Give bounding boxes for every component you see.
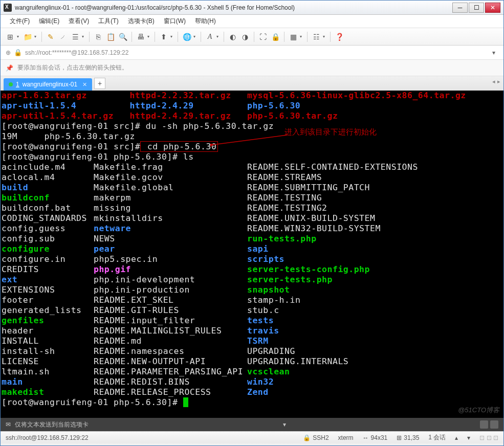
footer-message-bar: ✉ 仅将文本发送到当前选项卡 ▾	[1, 418, 503, 431]
disconnect-icon[interactable]: ⟋	[57, 31, 69, 42]
app-icon	[4, 4, 12, 12]
highlight-icon[interactable]: ◑	[239, 31, 251, 42]
terminal[interactable]: apr-1.6.3.tar.gz httpd-2.2.32.tar.gz mys…	[1, 91, 503, 418]
footer-message-text: 仅将文本发送到当前选项卡	[15, 420, 89, 429]
menu-file[interactable]: 文件(F)	[6, 15, 34, 28]
send-icon[interactable]: ✉	[6, 421, 11, 428]
menu-tabs[interactable]: 选项卡(B)	[124, 15, 159, 28]
tab-title: wangruifenglinux-01	[23, 81, 77, 88]
toolbar: ⊞▾ 📁▾ ✎ ⟋ ☰▾ ⎘ 📋 🔍 🖶▾ ⬆▾ 🌐▾ A▾ ◐ ◑ ⛶ 🔒 ▦…	[1, 28, 503, 46]
open-icon[interactable]: 📁	[22, 31, 33, 42]
address-url[interactable]: ssh://root:********@192.168.57.129:22	[25, 49, 486, 56]
tab-next-icon[interactable]: ▸	[497, 78, 500, 85]
tab-add-button[interactable]: +	[94, 78, 105, 89]
help-icon[interactable]: ❓	[334, 31, 345, 42]
annotation-text: 进入到该目录下进行初始化	[284, 127, 377, 137]
host-add-icon[interactable]: ⊕	[6, 49, 11, 56]
status-bar: ssh://root@192.168.57.129:22 🔒 SSH2 xter…	[1, 431, 503, 443]
status-dot-icon	[9, 82, 13, 86]
pin-icon[interactable]: 📌	[6, 64, 13, 72]
window-title: wangruifenglinux-01 - root@wangruifeng-0…	[15, 4, 452, 11]
tab-number: 1	[16, 81, 19, 88]
menu-tools[interactable]: 工具(T)	[94, 15, 122, 28]
watermark: @51CTO博客	[458, 406, 499, 415]
menu-help[interactable]: 帮助(H)	[191, 15, 220, 28]
menubar: 文件(F) 编辑(E) 查看(V) 工具(T) 选项卡(B) 窗口(W) 帮助(…	[1, 15, 503, 28]
upload-icon[interactable]: ⬆	[158, 31, 169, 42]
status-term: xterm	[338, 434, 354, 441]
footer-btn-1[interactable]	[480, 420, 488, 429]
status-ssh: 🔒 SSH2	[303, 434, 328, 441]
status-caps: ⊡ ⊡ ⊡	[479, 434, 498, 441]
window-titlebar: wangruifenglinux-01 - root@wangruifeng-0…	[1, 1, 503, 15]
footer-dropdown-icon[interactable]: ▾	[283, 421, 286, 428]
address-dropdown-icon[interactable]: ▾	[489, 49, 498, 56]
properties-icon[interactable]: ☰	[70, 31, 81, 42]
fullscreen-icon[interactable]: ⛶	[257, 31, 269, 42]
cascade-icon[interactable]: ▦	[288, 31, 299, 42]
menu-view[interactable]: 查看(V)	[64, 15, 93, 28]
tab-bar: 1 wangruifenglinux-01 ✕ + ◂ ▸	[1, 76, 503, 91]
footer-btn-2[interactable]	[490, 420, 498, 429]
color-icon[interactable]: ◐	[227, 31, 238, 42]
status-size: ↔ 94x31	[363, 434, 388, 441]
tab-prev-icon[interactable]: ◂	[492, 78, 495, 85]
lock-icon[interactable]: 🔒	[270, 31, 281, 42]
status-connection: ssh://root@192.168.57.129:22	[6, 434, 294, 441]
find-icon[interactable]: 🔍	[117, 31, 128, 42]
paste-icon[interactable]: 📋	[105, 31, 116, 42]
lock-icon: 🔒	[14, 49, 22, 56]
status-down-icon[interactable]: ▾	[467, 434, 470, 441]
status-up-icon[interactable]: ▴	[455, 434, 458, 441]
status-sessions: 1 会话	[428, 433, 446, 442]
copy-icon[interactable]: ⎘	[93, 31, 104, 42]
minimize-button[interactable]: ─	[452, 3, 468, 13]
maximize-button[interactable]: ☐	[469, 3, 484, 13]
info-text: 要添加当前会话，点击左侧的箭头按钮。	[17, 63, 128, 72]
menu-window[interactable]: 窗口(W)	[160, 15, 190, 28]
layout-icon[interactable]: ☷	[311, 31, 322, 42]
status-pos: ⊞ 31,35	[397, 434, 419, 441]
terminal-wrapper: apr-1.6.3.tar.gz httpd-2.2.32.tar.gz mys…	[1, 91, 503, 418]
session-tab[interactable]: 1 wangruifenglinux-01 ✕	[4, 78, 92, 91]
font-icon[interactable]: A	[204, 31, 215, 42]
info-bar: 📌 要添加当前会话，点击左侧的箭头按钮。	[1, 60, 503, 76]
new-session-icon[interactable]: ⊞	[5, 31, 16, 42]
menu-edit[interactable]: 编辑(E)	[35, 15, 63, 28]
globe-icon[interactable]: 🌐	[181, 31, 192, 42]
tab-close-icon[interactable]: ✕	[82, 81, 87, 88]
print-icon[interactable]: 🖶	[135, 31, 146, 42]
address-bar: ⊕ 🔒 ssh://root:********@192.168.57.129:2…	[1, 46, 503, 60]
reconnect-icon[interactable]: ✎	[45, 31, 56, 42]
close-button[interactable]: ✕	[485, 3, 500, 13]
